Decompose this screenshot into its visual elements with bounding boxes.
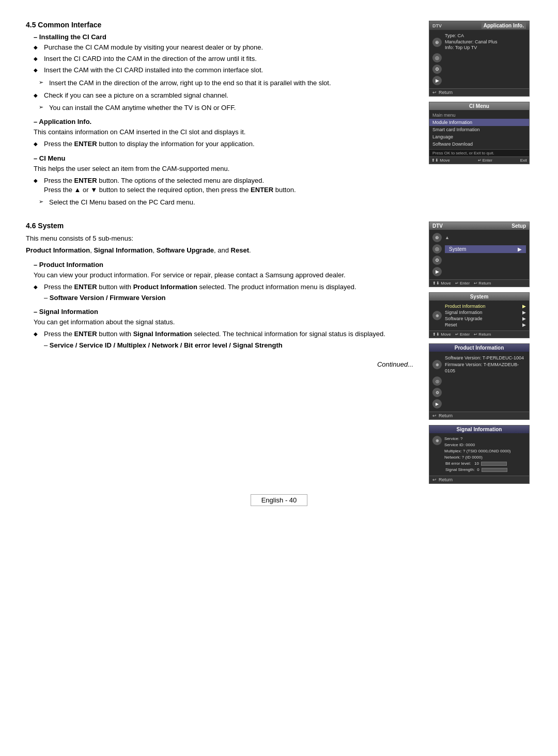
- ui-prod-footer: ↩ Return: [429, 412, 529, 419]
- ui-prod-text: Software Version: T-PERLDEUC-1004 Firmwa…: [445, 355, 526, 374]
- section-45: 4.5 Common Interface – Installing the CI…: [26, 21, 532, 212]
- ui-signal-strength-row: Signal Strength: 0: [444, 467, 511, 473]
- sig-return-label: Return: [439, 477, 453, 482]
- ui-dtv-label-1: DTV: [432, 23, 442, 28]
- signal-info-sub: – Service / Service ID / Multiplex / Net…: [44, 341, 413, 350]
- signal-info-desc: You can get information about the signal…: [34, 318, 413, 327]
- signal-info-bullet-1: Press the ENTER button with Signal Infor…: [34, 329, 413, 350]
- ui-setup-title: Setup: [512, 223, 526, 229]
- footer-label: English - 40: [261, 496, 297, 504]
- ui-setup-icon-3: ⚙: [432, 256, 442, 265]
- right-column-46: DTV Setup ⊕ ▲ ◎ System ▶: [429, 222, 532, 484]
- ci-bullet-1: Purchase the CI CAM module by visiting y…: [34, 43, 413, 52]
- ui-info: Info: Top Up TV: [445, 45, 498, 51]
- ui-software-version: Software Version: T-PERLDEUC-1004: [445, 355, 526, 361]
- ci-card-bullets2: Check if you can see a picture on a scra…: [34, 91, 413, 100]
- ui-ci-item-2: Language: [429, 133, 529, 140]
- ui-setup-row-3: ⚙: [431, 255, 527, 266]
- ui-ci-menu-body: Main menu Module Information Smart card …: [429, 110, 529, 149]
- ui-ci-note: Press OK to select, or Exit to quit.: [429, 149, 529, 156]
- ui-sys-item-3: Reset▶: [445, 322, 526, 328]
- left-column: 4.5 Common Interface – Installing the CI…: [26, 21, 419, 212]
- ui-sig-row: ⊕ Service: ? Service ID: 0000 Multiplex:…: [431, 435, 527, 474]
- app-info-desc: This contains information on CAM inserte…: [34, 128, 413, 137]
- ui-app-icon3: ⚙: [432, 65, 442, 74]
- ci-menu-desc: This helps the user select an item from …: [34, 164, 413, 174]
- ui-setup-icon-1: ⊕: [432, 233, 442, 242]
- ci-arrow-2: You can install the CAM anytime whether …: [39, 103, 413, 113]
- ui-app-icon4-row: ▶: [432, 75, 526, 86]
- ui-app-info-text: Type: CA Manufacturer: Canal Plus Info: …: [445, 33, 498, 51]
- ui-setup-box: DTV Setup ⊕ ▲ ◎ System ▶: [429, 222, 530, 287]
- ui-prod-body: ⊕ Software Version: T-PERLDEUC-1004 Firm…: [429, 352, 529, 412]
- section-46-bold-desc: Product Information, Signal Information,…: [26, 246, 413, 255]
- app-info-bullets: Press the ENTER button to display the in…: [34, 139, 413, 149]
- ui-setup-dtv: DTV: [432, 223, 443, 229]
- ui-sys-icon: ⊕: [432, 311, 442, 320]
- ui-app-info-header: DTV Application Info.: [429, 21, 529, 30]
- ui-service: Service: ?: [444, 436, 511, 442]
- ci-menu-arrow-1: Select the CI Menu based on the PC Card …: [39, 198, 413, 207]
- ui-app-icon2: ◎: [432, 53, 442, 62]
- sys-enter: ↵ Enter: [455, 332, 470, 337]
- ui-sys-header: System: [429, 293, 529, 301]
- ui-app-info-footer: ↩ Return: [429, 88, 529, 96]
- ui-bit-error-bar: [481, 462, 507, 466]
- sys-move: ⬆⬇ Move: [432, 332, 451, 337]
- ci-card-arrows: Insert the CAM in the direction of the a…: [39, 78, 413, 88]
- ui-manufacturer: Manufacturer: Canal Plus: [445, 39, 498, 45]
- ui-setup-system-arrow: ▶: [518, 246, 522, 252]
- product-info-sub: – Software Version / Firmware Version: [44, 293, 413, 303]
- app-info-bullet-1: Press the ENTER button to display the in…: [34, 139, 413, 149]
- ui-setup-header: DTV Setup: [429, 222, 529, 230]
- continued-label: Continued...: [26, 360, 413, 368]
- page-footer: English - 40: [26, 494, 532, 506]
- ui-bit-error-row: Bit error level: 10: [444, 461, 511, 467]
- product-info-desc: You can view your product information. F…: [34, 271, 413, 280]
- ui-prod-row-3: ⚙: [432, 387, 526, 398]
- ci-bullet-2: Insert the CI CARD into the CAM in the d…: [34, 54, 413, 64]
- ui-app-info-icon: ⊕: [432, 38, 442, 47]
- ui-signal-info-box: Signal Information ⊕ Service: ? Service …: [429, 425, 530, 484]
- signal-info-title: – Signal Information: [34, 308, 413, 316]
- ui-app-icon4: ▶: [432, 76, 442, 85]
- return-label-1: Return: [439, 90, 453, 95]
- ui-prod-header: Product Information: [429, 344, 529, 352]
- ui-sys-footer: ⬆⬇ Move ↵ Enter ↩ Return: [429, 330, 529, 338]
- ui-product-info-box: Product Information ⊕ Software Version: …: [429, 343, 530, 420]
- ci-card-bullets: Purchase the CI CAM module by visiting y…: [34, 43, 413, 75]
- ui-sys-menu-items: Product Information▶ Signal Information▶…: [445, 303, 526, 328]
- ui-ci-controls: ⬆⬇ Move ↵ Enter Exit: [429, 156, 529, 164]
- ui-app-info-title: Application Info.: [482, 22, 526, 29]
- ui-multiplex: Multiplex: ? (TSID 0000,ONID 0000): [444, 448, 511, 454]
- prod-return-icon: ↩: [432, 413, 437, 418]
- ui-prod-icon-2: ◎: [432, 376, 442, 386]
- section-46: 4.6 System This menu consists of 5 sub-m…: [26, 222, 532, 484]
- ui-ci-menu-header: CI Menu: [429, 102, 529, 110]
- ui-ci-main-menu: Main menu: [429, 112, 529, 119]
- setup-return: ↩ Return: [474, 281, 491, 286]
- ui-setup-row-4: ▶: [431, 266, 527, 277]
- sub-section-app-info: – Application Info. This contains inform…: [34, 118, 413, 149]
- ui-prod-icon-4: ▶: [432, 399, 442, 408]
- ui-system-box: System ⊕ Product Information▶ Signal Inf…: [429, 292, 530, 338]
- product-info-title: – Product Information: [34, 261, 413, 269]
- ui-setup-icon-2: ◎: [432, 244, 442, 254]
- ui-app-icon2-row: ◎: [432, 52, 526, 64]
- ci-menu-bullet-1: Press the ENTER button. The options of t…: [34, 176, 413, 195]
- ui-sys-item-0: Product Information▶: [445, 303, 526, 309]
- ci-arrow-1: Insert the CAM in the direction of the a…: [39, 78, 413, 88]
- page-wrapper: 4.5 Common Interface – Installing the CI…: [26, 21, 532, 506]
- ui-setup-row-2: ◎ System ▶: [431, 243, 527, 255]
- ui-signal-strength-label: Signal Strength: 0: [445, 467, 479, 473]
- ui-setup-arrow-up: ▲: [445, 235, 450, 240]
- ci-card-arrows2: You can install the CAM anytime whether …: [39, 103, 413, 113]
- ui-setup-system-label: System: [449, 246, 466, 252]
- ci-menu-arrows: Select the CI Menu based on the PC Card …: [39, 198, 413, 207]
- ui-sig-footer: ↩ Return: [429, 476, 529, 483]
- ui-sig-text: Service: ? Service ID: 0000 Multiplex: ?…: [444, 436, 511, 473]
- ui-ci-item-0: Module Information: [429, 119, 529, 126]
- ui-sig-header: Signal Information: [429, 426, 529, 433]
- ci-enter-label: ↵ Enter: [478, 158, 492, 163]
- setup-enter: ↵ Enter: [455, 281, 470, 286]
